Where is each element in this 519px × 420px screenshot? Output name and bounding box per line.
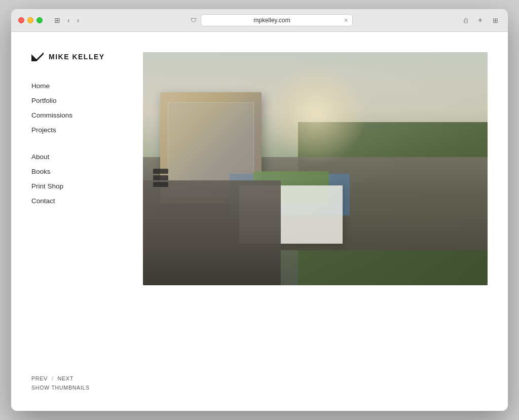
sidebar: MIKE KELLEY Home Portfolio Commissions P… [31,52,143,390]
bottom-controls: PREV / NEXT SHOW THUMBNAILS [31,223,143,391]
nav-item-print-shop[interactable]: Print Shop [31,182,143,192]
main-content [143,52,488,390]
maximize-button[interactable] [36,17,43,23]
address-bar-wrapper: 🛡 mpkelley.com ✕ [87,14,456,26]
grid-view-button[interactable]: ⊞ [490,16,501,25]
prev-button[interactable]: PREV [31,375,48,381]
tab-close-icon[interactable]: ✕ [344,17,348,24]
nav-item-contact[interactable]: Contact [31,197,143,206]
loungers [153,169,215,187]
toolbar-controls: ⊞ ‹ › [52,15,82,25]
toolbar-right: ⎙ + ⊞ [461,15,501,26]
forward-button[interactable]: › [75,15,82,25]
logo-text: MIKE KELLEY [49,53,105,61]
logo-area: MIKE KELLEY [31,52,143,61]
lounger-2 [153,175,168,180]
next-button[interactable]: NEXT [58,375,73,381]
nav-item-projects[interactable]: Projects [31,126,143,135]
back-button[interactable]: ‹ [65,15,72,25]
nav-secondary: About Books Print Shop Contact [31,152,143,211]
close-button[interactable] [18,17,24,23]
new-tab-button[interactable]: + [475,15,485,26]
nav-item-portfolio[interactable]: Portfolio [31,96,143,106]
page-content: MIKE KELLEY Home Portfolio Commissions P… [11,32,508,410]
browser-window: ⊞ ‹ › 🛡 mpkelley.com ✕ ⎙ + ⊞ [11,9,508,410]
address-bar[interactable]: mpkelley.com ✕ [201,14,353,26]
security-icon: 🛡 [191,17,197,24]
lounger-3 [153,182,168,187]
nav-item-commissions[interactable]: Commissions [31,111,143,121]
nav-controls: PREV / NEXT [31,375,143,381]
minimize-button[interactable] [27,17,33,23]
lounger-1 [153,169,168,174]
sun-glow [266,64,367,165]
hero-image-wrapper [143,52,488,390]
browser-toolbar: ⊞ ‹ › 🛡 mpkelley.com ✕ ⎙ + ⊞ [11,9,508,32]
nav-separator: / [52,375,54,381]
share-button[interactable]: ⎙ [461,16,470,25]
sidebar-toggle-button[interactable]: ⊞ [52,15,63,25]
svg-marker-0 [31,52,44,61]
nav-item-about[interactable]: About [31,152,143,162]
nav-item-home[interactable]: Home [31,82,143,91]
show-thumbnails-button[interactable]: SHOW THUMBNAILS [31,385,143,391]
nav-primary: Home Portfolio Commissions Projects [31,82,143,140]
traffic-lights [18,17,43,23]
logo-icon [31,52,44,61]
hero-image [143,52,488,285]
nav-item-books[interactable]: Books [31,167,143,177]
url-text: mpkelley.com [253,17,290,24]
left-deck [143,180,281,285]
